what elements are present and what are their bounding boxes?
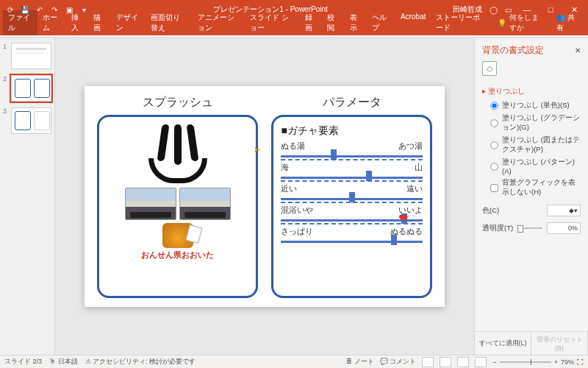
undo-icon[interactable]: ↶ [35,5,44,14]
slideshow-view-button[interactable] [475,357,487,367]
tab-help[interactable]: ヘルプ [367,10,395,35]
fill-gradient-label: 塗りつぶし (グラデーション)(G) [502,113,581,132]
slider-row-0: ぬる湯あつ湯 [281,141,422,160]
autosave-icon[interactable]: ⟳ [6,5,15,14]
tab-animations[interactable]: アニメーション [193,10,245,35]
tab-view[interactable]: 表示 [345,10,368,35]
tab-design[interactable]: デザイン [111,10,146,35]
pane-close-icon[interactable]: ✕ [575,46,581,54]
reset-bg-button[interactable]: 背景のリセット(B) [531,332,588,355]
normal-view-button[interactable] [422,357,434,367]
mascot-group: おんせん県おおいた [107,223,248,261]
status-bar: スライド 2/3 🖰 日本語 ⚠ アクセシビリティ: 検討が必要です ≣ ノート… [0,355,588,368]
slide-thumbnail-panel: 1 2 3 [0,38,55,355]
mascot-image[interactable] [162,223,193,248]
fill-picture-option[interactable]: 塗りつぶし (図またはテクスチャ)(P) [482,134,581,156]
left-card[interactable]: おんせん県おおいた [97,115,257,298]
fill-gradient-option[interactable]: 塗りつぶし (グラデーション)(G) [482,112,581,134]
accessibility-status[interactable]: ⚠ アクセシビリティ: 検討が必要です [85,357,196,367]
slider-track[interactable] [281,173,422,182]
tab-draw[interactable]: 描画 [88,10,111,35]
comments-label: コメント [390,358,416,365]
reading-view-button[interactable] [457,357,469,367]
tab-storyboard[interactable]: ストーリーボード [431,10,490,35]
slide-thumbnail-2[interactable]: 2 [3,75,51,102]
zoom-value[interactable]: 79% [561,358,574,366]
start-show-icon[interactable]: ▣ [65,5,74,14]
slider-left-label: ぬる湯 [281,141,305,152]
tell-me-label: 何をしますか [509,13,544,33]
tab-home[interactable]: ホーム [37,10,66,35]
slider-left-label: 混浴いや [281,205,313,216]
tab-slideshow[interactable]: スライド ショー [245,10,299,35]
slider-track[interactable] [281,152,422,160]
comments-button[interactable]: 💬 コメント [380,357,417,367]
hide-bg-option[interactable]: 背景グラフィックを表示しない(H) [482,177,581,199]
slide-thumbnail-1[interactable]: 1 [3,43,51,69]
share-button[interactable]: 👥 共有 [551,10,585,35]
language-label: 日本語 [58,358,78,365]
slide-editor[interactable]: スプラッシュ おんせん県おおいた [55,38,474,355]
zoom-out-button[interactable]: − [492,358,496,366]
slide-thumbnail-3[interactable]: 3 [3,107,51,134]
qat-more-icon[interactable]: ▾ [79,5,88,14]
bus-image-1[interactable] [125,188,176,220]
right-card-group: パラメータ ■ガチャ要素 ぬる湯あつ湯海山近い遠い混浴いやいいよ❤さっぱりぬるぬ… [271,95,431,298]
right-card-title: パラメータ [323,95,381,110]
slider-left-label: 海 [281,162,289,173]
fill-pattern-label: 塗りつぶし (パターン)(A) [502,158,581,175]
slider-left-label: さっぱり [281,226,313,237]
tab-review[interactable]: 校閲 [322,10,345,35]
notes-button[interactable]: ≣ ノート [346,357,374,367]
tab-transitions[interactable]: 画面切り替え [146,10,193,35]
notes-label: ノート [354,358,374,365]
slider-thumb[interactable] [349,192,355,202]
slider-row-4: さっぱりぬるぬる [281,226,422,246]
zoom-in-button[interactable]: + [554,358,558,366]
apply-all-button[interactable]: すべてに適用(L) [475,332,531,355]
slider-thumb[interactable] [331,149,337,160]
tab-acrobat[interactable]: Acrobat [395,10,431,35]
zoom-slider[interactable] [500,361,551,363]
tell-me-search[interactable]: 💡 何をしますか [490,10,551,35]
format-background-pane: 背景の書式設定 ✕ ◇ ▸ 塗りつぶし 塗りつぶし (単色)(S) 塗りつぶし … [474,38,588,355]
cursor-icon: ➤ [254,145,260,155]
tab-file[interactable]: ファイル [3,10,37,35]
transparency-label: 透明度(T) [482,224,513,233]
slider-row-3: 混浴いやいいよ❤ [281,205,422,224]
hide-bg-label: 背景グラフィックを表示しない(H) [502,178,581,197]
save-icon[interactable]: 💾 [21,5,29,14]
pane-title: 背景の書式設定 [482,44,544,57]
slider-track[interactable]: ❤ [281,216,422,224]
fill-tab-icon[interactable]: ◇ [482,61,497,76]
slide-counter[interactable]: スライド 2/3 [4,357,42,367]
accessibility-label: アクセシビリティ: 検討が必要です [93,358,196,365]
right-card[interactable]: ■ガチャ要素 ぬる湯あつ湯海山近い遠い混浴いやいいよ❤さっぱりぬるぬる ➤ [271,115,431,298]
fit-window-button[interactable]: ⛶ [577,358,584,366]
lightbulb-icon: 💡 [498,19,506,27]
fill-section-header[interactable]: ▸ 塗りつぶし [482,86,581,96]
slider-left-label: 近い [281,183,297,194]
fill-solid-option[interactable]: 塗りつぶし (単色)(S) [482,99,581,112]
slider-thumb[interactable] [391,235,397,245]
fill-solid-label: 塗りつぶし (単色)(S) [502,101,570,110]
slider-track[interactable] [281,237,422,246]
left-card-group: スプラッシュ おんせん県おおいた [97,95,257,298]
slider-track[interactable] [281,194,422,203]
fill-pattern-option[interactable]: 塗りつぶし (パターン)(A) [482,156,581,177]
slide-canvas[interactable]: スプラッシュ おんせん県おおいた [85,86,445,307]
sorter-view-button[interactable] [440,357,451,367]
onsen-symbol[interactable] [141,124,215,183]
language-indicator[interactable]: 🖰 日本語 [49,357,78,367]
tab-insert[interactable]: 挿入 [66,10,89,35]
color-picker-button[interactable]: ◆▾ [547,205,581,216]
transparency-slider[interactable] [517,227,542,229]
share-icon: 👥 [556,13,565,21]
bus-image-2[interactable] [179,188,231,220]
bus-images [107,188,248,220]
redo-icon[interactable]: ↷ [50,5,59,14]
transparency-value[interactable]: 0% [547,222,581,234]
tab-record[interactable]: 録画 [300,10,323,35]
slider-thumb[interactable] [366,171,372,181]
fill-picture-label: 塗りつぶし (図またはテクスチャ)(P) [502,135,581,155]
